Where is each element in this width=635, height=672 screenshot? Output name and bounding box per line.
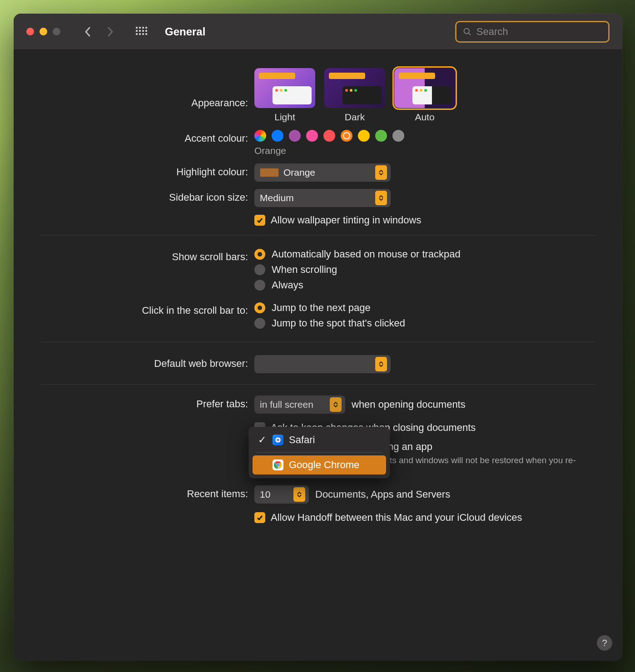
click-scroll-option-page[interactable]: Jump to the next page (254, 302, 595, 314)
appearance-option-light[interactable] (254, 68, 315, 108)
window-controls (26, 28, 60, 35)
prefer-tabs-value: in full screen (260, 399, 313, 410)
stepper-icon (293, 487, 305, 502)
scrollbars-option-always[interactable]: Always (254, 279, 595, 291)
stepper-icon (375, 357, 387, 371)
wallpaper-tint-label: Allow wallpaper tinting in windows (271, 214, 421, 226)
accent-swatch-pink[interactable] (306, 130, 318, 142)
highlight-value: Orange (283, 167, 315, 178)
scrollbars-label: Show scroll bars: (41, 248, 254, 263)
accent-swatch-blue[interactable] (272, 130, 283, 142)
recent-items-label: Recent items: (41, 485, 254, 500)
page-title: General (165, 25, 205, 38)
radio-icon (254, 318, 265, 329)
click-scroll-label: Click in the scroll bar to: (41, 302, 254, 316)
appearance-auto-label: Auto (415, 112, 434, 123)
click-scroll-page-label: Jump to the next page (272, 302, 371, 314)
forward-button[interactable] (104, 25, 117, 38)
appearance-option-dark[interactable] (324, 68, 385, 108)
default-browser-label: Default web browser: (41, 355, 254, 370)
click-scroll-option-spot[interactable]: Jump to the spot that's clicked (254, 317, 595, 329)
chrome-icon (273, 460, 283, 470)
checkbox-checked-icon (254, 215, 265, 226)
recent-items-select[interactable]: 10 (254, 485, 309, 504)
accent-label: Accent colour: (41, 130, 254, 144)
titlebar: General (14, 14, 622, 50)
checkbox-checked-icon (254, 512, 265, 523)
search-input[interactable] (476, 26, 602, 38)
prefer-tabs-label: Prefer tabs: (41, 395, 254, 410)
scrollbars-always-label: Always (272, 279, 303, 291)
handoff-checkbox-row[interactable]: Allow Handoff between this Mac and your … (254, 512, 595, 524)
dropdown-separator (256, 452, 382, 453)
highlight-chip-icon (260, 168, 279, 177)
scrollbars-option-scrolling[interactable]: When scrolling (254, 264, 595, 276)
search-field-wrapper[interactable] (455, 21, 610, 43)
divider (41, 384, 595, 385)
accent-swatch-orange[interactable] (341, 130, 352, 142)
browser-safari-label: Safari (289, 434, 315, 446)
accent-swatch-multicolor[interactable] (254, 130, 266, 142)
svg-line-1 (468, 33, 470, 35)
divider (41, 342, 595, 342)
checkmark-icon: ✓ (257, 434, 267, 446)
appearance-option-auto[interactable] (394, 68, 455, 108)
browser-option-chrome[interactable]: Google Chrome (253, 455, 386, 474)
sidebar-icon-label: Sidebar icon size: (41, 189, 254, 203)
default-browser-dropdown: ✓ Safari Google Chrome (249, 427, 390, 478)
nav-arrows (81, 25, 117, 38)
chevron-right-icon (107, 26, 114, 37)
search-icon (463, 27, 472, 37)
highlight-label: Highlight colour: (41, 163, 254, 178)
prefer-tabs-select[interactable]: in full screen (254, 395, 345, 414)
close-window-button[interactable] (26, 28, 34, 35)
scrollbars-option-auto[interactable]: Automatically based on mouse or trackpad (254, 248, 595, 260)
accent-swatch-green[interactable] (375, 130, 387, 142)
accent-swatch-row (254, 130, 595, 142)
accent-swatch-purple[interactable] (289, 130, 301, 142)
wallpaper-tint-checkbox-row[interactable]: Allow wallpaper tinting in windows (254, 214, 595, 226)
appearance-dark-label: Dark (345, 112, 365, 123)
handoff-label: Allow Handoff between this Mac and your … (271, 512, 522, 524)
divider (41, 235, 595, 236)
show-all-button[interactable] (136, 27, 149, 37)
scrollbars-auto-label: Automatically based on mouse or trackpad (272, 248, 461, 260)
radio-icon (254, 264, 265, 275)
radio-selected-icon (254, 302, 265, 313)
system-preferences-window: General Appearance: Light (14, 14, 622, 661)
minimize-window-button[interactable] (40, 28, 47, 35)
radio-selected-icon (254, 249, 265, 260)
browser-chrome-label: Google Chrome (289, 459, 359, 471)
recent-items-value: 10 (260, 489, 270, 500)
sidebar-icon-size-select[interactable]: Medium (254, 189, 391, 207)
recent-items-suffix: Documents, Apps and Servers (315, 489, 450, 500)
appearance-label: Appearance: (41, 68, 254, 109)
click-scroll-spot-label: Jump to the spot that's clicked (272, 317, 405, 329)
scrollbars-scrolling-label: When scrolling (272, 264, 337, 276)
stepper-icon (330, 397, 342, 412)
back-button[interactable] (81, 25, 94, 38)
accent-swatch-yellow[interactable] (358, 130, 370, 142)
accent-swatch-red[interactable] (323, 130, 335, 142)
sidebar-icon-value: Medium (260, 193, 294, 203)
svg-point-8 (277, 464, 279, 466)
appearance-light-label: Light (274, 112, 295, 123)
browser-option-safari[interactable]: ✓ Safari (253, 430, 386, 450)
maximize-window-button[interactable] (53, 28, 60, 35)
highlight-colour-select[interactable]: Orange (254, 163, 391, 182)
content-area: Appearance: Light (14, 50, 622, 558)
chevron-left-icon (84, 26, 91, 37)
accent-selected-name: Orange (254, 145, 595, 156)
stepper-icon (375, 165, 387, 180)
prefer-tabs-suffix: when opening documents (352, 399, 466, 410)
accent-swatch-graphite[interactable] (392, 130, 404, 142)
default-browser-select[interactable]: x (254, 355, 391, 373)
help-button[interactable]: ? (597, 635, 612, 651)
safari-icon (273, 435, 283, 445)
radio-icon (254, 280, 265, 291)
stepper-icon (375, 191, 387, 205)
